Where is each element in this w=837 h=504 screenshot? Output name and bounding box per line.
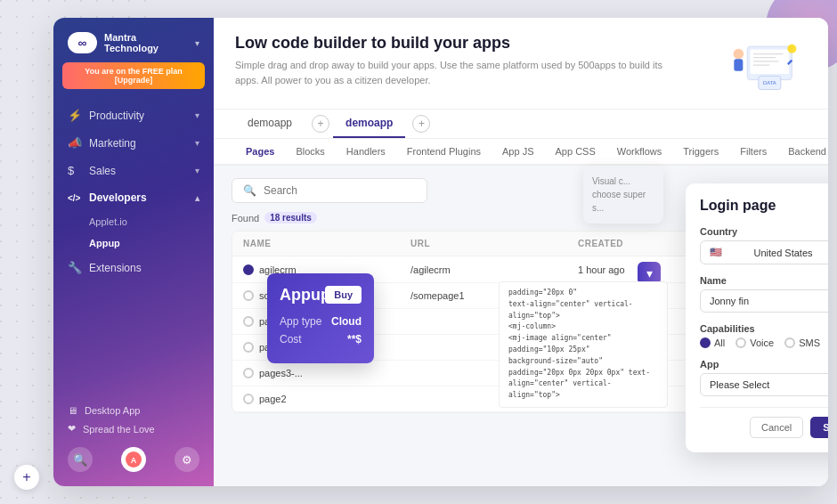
sales-icon: $ bbox=[68, 164, 82, 177]
desktop-app-item[interactable]: 🖥 Desktop App bbox=[68, 405, 199, 416]
context-panel: Visual c... choose super s... bbox=[583, 166, 663, 224]
svg-rect-9 bbox=[734, 59, 743, 70]
search-bottom-btn[interactable]: 🔍 bbox=[68, 447, 93, 472]
sidebar-item-marketing[interactable]: 📣 Marketing ▾ bbox=[53, 129, 214, 157]
sub-tab-handlers[interactable]: Handlers bbox=[336, 139, 396, 166]
extensions-icon: 🔧 bbox=[68, 261, 82, 274]
logo-caret: ▾ bbox=[195, 38, 199, 48]
add-tab-btn-2[interactable]: + bbox=[412, 115, 430, 133]
capabilities-field-group: Capabilities All Voice bbox=[700, 323, 828, 348]
capabilities-all[interactable]: All bbox=[700, 337, 725, 348]
svg-text:DATA: DATA bbox=[763, 81, 776, 86]
header-text: Low code builder to build your apps Simp… bbox=[235, 34, 700, 87]
tab-demoapp-2[interactable]: demoapp bbox=[333, 110, 405, 138]
plus-button[interactable]: + bbox=[14, 465, 39, 490]
sidebar-item-applet[interactable]: Applet.io bbox=[53, 211, 214, 232]
capabilities-voice[interactable]: Voice bbox=[735, 337, 774, 348]
sub-tab-app-css[interactable]: App CSS bbox=[545, 139, 606, 166]
sidebar: ∞ Mantra Technology ▾ You are on the FRE… bbox=[53, 18, 214, 486]
app-value: Please Select bbox=[710, 379, 769, 390]
search-icon: 🔍 bbox=[243, 184, 256, 197]
sub-tab-backend-plugins[interactable]: Backend Plugins bbox=[777, 139, 828, 166]
name-select[interactable]: Jonny fin ▾ bbox=[700, 289, 828, 313]
radio-all[interactable] bbox=[700, 337, 711, 348]
cancel-button[interactable]: Cancel bbox=[750, 417, 803, 438]
name-page2: page2 bbox=[259, 394, 287, 404]
apptype-label: App type bbox=[280, 315, 321, 328]
sub-tab-triggers[interactable]: Triggers bbox=[672, 139, 729, 166]
sidebar-item-appup[interactable]: Appup bbox=[53, 232, 214, 254]
sidebar-item-sales[interactable]: $ Sales ▾ bbox=[53, 157, 214, 184]
radio-pages5[interactable] bbox=[243, 342, 254, 353]
sidebar-logo[interactable]: ∞ Mantra Technology ▾ bbox=[53, 18, 214, 62]
capabilities-sms[interactable]: SMS bbox=[784, 337, 820, 348]
header-title: Low code builder to build your apps bbox=[235, 34, 700, 53]
spread-love-item[interactable]: ❤ Spread the Love bbox=[68, 423, 199, 435]
sidebar-item-extensions[interactable]: 🔧 Extensions bbox=[53, 254, 214, 281]
logo-text: Mantra Technology bbox=[104, 32, 186, 53]
radio-pages3[interactable] bbox=[243, 368, 254, 378]
radio-voice[interactable] bbox=[735, 337, 746, 348]
tab-demoapp-1[interactable]: demoapp bbox=[235, 110, 305, 138]
sidebar-icon-bar: 🔍 A ⚙ bbox=[68, 442, 199, 477]
col-url: URL bbox=[410, 239, 578, 248]
capabilities-label: Capabilities bbox=[700, 323, 828, 334]
capabilities-radio-group: All Voice SMS bbox=[700, 337, 828, 348]
country-select[interactable]: 🇺🇸 United States ▾ bbox=[700, 240, 828, 264]
results-badge: 18 results bbox=[264, 212, 317, 224]
search-bar: 🔍 bbox=[232, 178, 427, 203]
sub-tab-app-js[interactable]: App JS bbox=[492, 139, 544, 166]
app-select[interactable]: Please Select ▾ bbox=[700, 373, 828, 396]
sub-tab-workflows[interactable]: Workflows bbox=[606, 139, 673, 166]
sub-tab-blocks[interactable]: Blocks bbox=[285, 139, 335, 166]
all-label: All bbox=[714, 337, 725, 348]
app-label: App bbox=[700, 359, 828, 370]
buy-button[interactable]: Buy bbox=[325, 286, 362, 304]
sidebar-item-productivity[interactable]: ⚡ Productivity ▾ bbox=[53, 102, 214, 129]
app-field-group: App Please Select ▾ bbox=[700, 359, 828, 396]
code-line-3: <mj-column> bbox=[508, 321, 658, 333]
context-text: Visual c... choose super s... bbox=[592, 175, 654, 215]
cost-value: **$ bbox=[347, 333, 362, 345]
sub-tab-pages[interactable]: Pages bbox=[235, 139, 285, 166]
developers-label: Developers bbox=[89, 191, 147, 204]
code-line-6: background-size="auto" bbox=[508, 356, 658, 368]
name-label: Name bbox=[700, 275, 828, 286]
radio-pages-ne[interactable] bbox=[243, 316, 254, 327]
apptype-value: Cloud bbox=[331, 315, 362, 328]
tab-2-label: demoapp bbox=[345, 117, 393, 129]
radio-page2[interactable] bbox=[243, 394, 254, 404]
name-value: Jonny fin bbox=[710, 296, 749, 306]
radio-sms[interactable] bbox=[784, 337, 795, 348]
header-illustration: DATA bbox=[718, 34, 807, 96]
svg-text:A: A bbox=[131, 456, 137, 465]
settings-btn[interactable]: ⚙ bbox=[175, 447, 199, 472]
sub-tab-filters[interactable]: Filters bbox=[729, 139, 777, 166]
radio-agilecrm[interactable] bbox=[243, 264, 254, 275]
url-agilecrm: /agilecrm bbox=[410, 264, 578, 275]
code-snippet: padding="20px 0" text-align="center" ver… bbox=[499, 281, 668, 408]
extensions-label: Extensions bbox=[89, 262, 142, 274]
voice-label: Voice bbox=[750, 337, 774, 348]
cost-label: Cost bbox=[280, 333, 302, 345]
save-button[interactable]: Save bbox=[810, 417, 828, 438]
avatar-btn[interactable]: A bbox=[121, 447, 146, 472]
appup-label: Appup bbox=[89, 238, 120, 248]
promo-banner[interactable]: You are on the FREE plan [Upgrade] bbox=[62, 62, 205, 89]
sidebar-item-developers[interactable]: </> Developers ▴ bbox=[53, 184, 214, 211]
sms-label: SMS bbox=[799, 337, 820, 348]
sub-tab-frontend-plugins[interactable]: Frontend Plugins bbox=[396, 139, 492, 166]
dropdown-row-apptype: App type Cloud bbox=[280, 315, 362, 328]
add-tab-btn-1[interactable]: + bbox=[312, 115, 329, 133]
sub-tabs-bar: Pages Blocks Handlers Frontend Plugins A… bbox=[214, 139, 828, 166]
content-area: Low code builder to build your apps Simp… bbox=[214, 18, 828, 486]
country-field-group: Country 🇺🇸 United States ▾ bbox=[700, 226, 828, 264]
marketing-icon: 📣 bbox=[68, 136, 82, 150]
radio-somepage1[interactable] bbox=[243, 290, 254, 301]
panel-actions: Cancel Save bbox=[700, 407, 828, 438]
spread-label: Spread the Love bbox=[83, 424, 155, 435]
desktop-label: Desktop App bbox=[85, 405, 140, 416]
productivity-label: Productivity bbox=[89, 110, 144, 122]
dropdown-row-cost: Cost **$ bbox=[280, 333, 362, 345]
search-input[interactable] bbox=[264, 184, 416, 197]
